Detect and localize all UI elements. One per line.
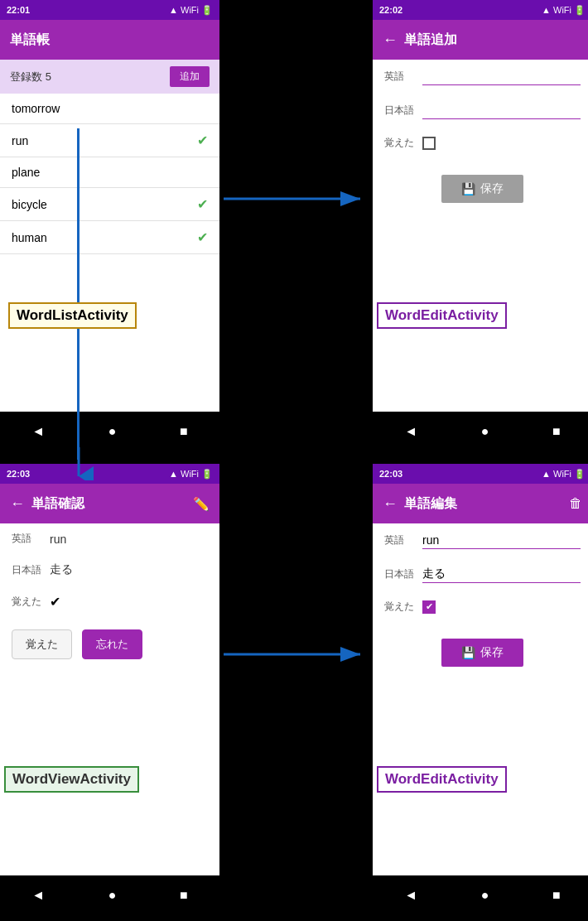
save-icon: 💾 bbox=[461, 182, 475, 195]
memorized-field-row: 覚えた bbox=[373, 128, 588, 158]
recent-nav-button-bl[interactable]: ■ bbox=[180, 888, 188, 903]
vertical-flow-line bbox=[77, 128, 80, 460]
action-buttons: 覚えた 忘れた bbox=[0, 621, 219, 668]
app-bar-tl: 単語帳 bbox=[0, 20, 219, 60]
nav-bar-br: ◄ ● ■ bbox=[373, 875, 588, 915]
word-text: bicycle bbox=[12, 198, 47, 211]
status-time-tr: 22:02 bbox=[379, 5, 402, 15]
app-title-tr: 単語追加 bbox=[404, 31, 582, 49]
memorized-button[interactable]: 覚えた bbox=[12, 629, 72, 659]
save-button-tr[interactable]: 💾 保存 bbox=[441, 175, 523, 203]
english-input[interactable] bbox=[422, 68, 581, 85]
word-item-bicycle[interactable]: bicycle ✔ bbox=[0, 188, 219, 221]
word-item-plane[interactable]: plane bbox=[0, 157, 219, 188]
home-nav-button-br[interactable]: ● bbox=[481, 888, 489, 903]
edit-japanese-row: 日本語 bbox=[373, 557, 588, 591]
save-icon-br: 💾 bbox=[461, 646, 475, 659]
edit-japanese-input[interactable] bbox=[422, 566, 581, 583]
japanese-input[interactable] bbox=[422, 102, 581, 119]
recent-nav-button-br[interactable]: ■ bbox=[552, 888, 561, 903]
word-list-header: 登録数 5 追加 bbox=[0, 60, 219, 94]
recent-nav-button[interactable]: ■ bbox=[180, 424, 188, 439]
edit-icon-bl[interactable]: ✏️ bbox=[193, 496, 210, 512]
edit-memorized-label: 覚えた bbox=[384, 600, 414, 614]
trash-icon[interactable]: 🗑 bbox=[569, 496, 582, 511]
save-label-br: 保存 bbox=[480, 645, 504, 660]
view-content: 英語 run 日本語 走る 覚えた ✔ 覚えた 忘れた bbox=[0, 523, 219, 875]
word-text: tomorrow bbox=[12, 102, 60, 115]
app-title-tl: 単語帳 bbox=[10, 31, 210, 49]
recent-nav-button-tr[interactable]: ■ bbox=[552, 424, 561, 439]
app-title-br: 単語編集 bbox=[404, 495, 562, 513]
word-item-tomorrow[interactable]: tomorrow bbox=[0, 94, 219, 124]
status-bar-bl: 22:03 ▲ WiFi 🔋 bbox=[0, 464, 219, 484]
view-japanese-row: 日本語 走る bbox=[0, 554, 219, 586]
view-memorized-check: ✔ bbox=[50, 594, 60, 610]
bottom-arrow bbox=[224, 638, 369, 671]
memorized-checkbox[interactable] bbox=[422, 137, 436, 150]
view-memorized-label: 覚えた bbox=[12, 595, 41, 609]
battery-icon: 🔋 bbox=[574, 469, 586, 480]
vertical-arrow bbox=[62, 447, 95, 480]
word-list-content: tomorrow run ✔ plane bicycle ✔ human ✔ bbox=[0, 94, 219, 412]
english-field-row: 英語 bbox=[373, 60, 588, 94]
back-nav-button-br[interactable]: ◄ bbox=[404, 888, 417, 903]
signal-icon: ▲ bbox=[542, 469, 551, 479]
back-nav-button[interactable]: ◄ bbox=[31, 424, 45, 439]
japanese-field-row: 日本語 bbox=[373, 94, 588, 128]
status-time-tl: 22:01 bbox=[7, 5, 30, 15]
battery-icon: 🔋 bbox=[201, 469, 213, 480]
japanese-label: 日本語 bbox=[384, 104, 414, 118]
home-nav-button[interactable]: ● bbox=[108, 424, 117, 439]
wordedit-edit-activity-label: WordEditActivity bbox=[377, 766, 507, 793]
forgot-button[interactable]: 忘れた bbox=[82, 629, 142, 659]
back-icon-bl[interactable]: ← bbox=[10, 495, 25, 513]
view-japanese-label: 日本語 bbox=[12, 563, 41, 577]
check-icon: ✔ bbox=[197, 133, 208, 148]
word-item-run[interactable]: run ✔ bbox=[0, 124, 219, 157]
view-english-row: 英語 run bbox=[0, 523, 219, 554]
back-nav-button-tr[interactable]: ◄ bbox=[404, 424, 417, 439]
app-bar-br: ← 単語編集 🗑 bbox=[373, 484, 588, 523]
app-bar-bl: ← 単語確認 ✏️ bbox=[0, 484, 219, 523]
back-icon[interactable]: ← bbox=[383, 31, 398, 49]
wordlist-activity-label: WordListActivity bbox=[8, 302, 137, 329]
status-bar-tl: 22:01 ▲ WiFi 🔋 bbox=[0, 0, 219, 20]
nav-bar-tr: ◄ ● ■ bbox=[373, 412, 588, 451]
screen-word-view: 22:03 ▲ WiFi 🔋 ← 単語確認 ✏️ 英語 run 日本語 走る 覚… bbox=[0, 464, 219, 915]
word-item-human[interactable]: human ✔ bbox=[0, 221, 219, 254]
word-text: human bbox=[12, 231, 47, 244]
add-word-button[interactable]: 追加 bbox=[170, 66, 210, 87]
edit-english-input[interactable] bbox=[422, 532, 581, 549]
screen-word-list: 22:01 ▲ WiFi 🔋 単語帳 登録数 5 追加 tomorrow run… bbox=[0, 0, 219, 451]
signal-icon: ▲ bbox=[169, 469, 178, 479]
view-memorized-row: 覚えた ✔ bbox=[0, 586, 219, 618]
status-icons-br: ▲ WiFi 🔋 bbox=[542, 469, 586, 480]
screen-word-edit: 22:03 ▲ WiFi 🔋 ← 単語編集 🗑 英語 日本語 覚えた ✔ 💾 保… bbox=[373, 464, 588, 915]
save-button-br[interactable]: 💾 保存 bbox=[441, 639, 523, 667]
status-icons-tl: ▲ WiFi 🔋 bbox=[169, 5, 213, 16]
english-label: 英語 bbox=[384, 70, 414, 84]
edit-memorized-checkbox[interactable]: ✔ bbox=[422, 600, 436, 614]
status-icons-bl: ▲ WiFi 🔋 bbox=[169, 469, 213, 480]
wordview-activity-label: WordViewActivity bbox=[4, 766, 139, 793]
status-bar-br: 22:03 ▲ WiFi 🔋 bbox=[373, 464, 588, 484]
signal-icon: ▲ bbox=[169, 5, 178, 15]
check-icon: ✔ bbox=[197, 229, 208, 245]
memorized-label: 覚えた bbox=[384, 136, 414, 150]
back-icon-br[interactable]: ← bbox=[383, 495, 398, 513]
wifi-icon: WiFi bbox=[181, 469, 199, 479]
signal-icon: ▲ bbox=[542, 5, 551, 15]
home-nav-button-bl[interactable]: ● bbox=[108, 888, 117, 903]
top-arrow bbox=[224, 182, 369, 215]
word-text: run bbox=[12, 134, 28, 147]
word-text: plane bbox=[12, 166, 40, 179]
status-bar-tr: 22:02 ▲ WiFi 🔋 bbox=[373, 0, 588, 20]
nav-bar-bl: ◄ ● ■ bbox=[0, 875, 219, 915]
view-japanese-value: 走る bbox=[50, 562, 73, 577]
home-nav-button-tr[interactable]: ● bbox=[481, 424, 489, 439]
back-nav-button-bl[interactable]: ◄ bbox=[31, 888, 45, 903]
edit-memorized-row: 覚えた ✔ bbox=[373, 591, 588, 622]
edit-form-content: 英語 日本語 覚えた ✔ 💾 保存 bbox=[373, 523, 588, 875]
app-title-bl: 単語確認 bbox=[31, 495, 186, 513]
